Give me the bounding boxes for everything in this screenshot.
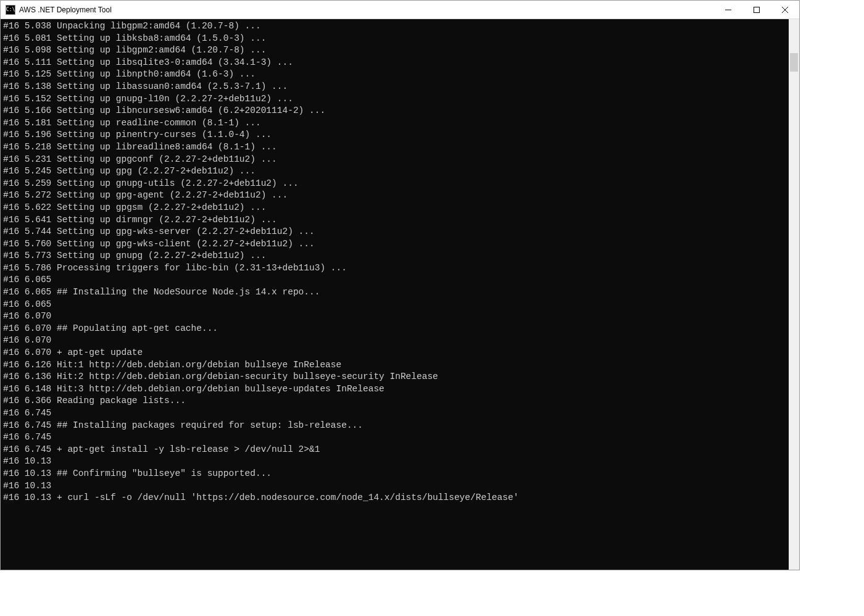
console-line: #16 5.245 Setting up gpg (2.2.27-2+deb11… (3, 165, 786, 178)
console-line: #16 6.070 (3, 335, 786, 347)
console-line: #16 6.366 Reading package lists... (3, 395, 786, 407)
console-line: #16 6.126 Hit:1 http://deb.debian.org/de… (3, 359, 786, 372)
scrollbar[interactable] (789, 19, 799, 570)
minimize-icon (725, 7, 731, 13)
console-line: #16 10.13 ## Confirming "bullseye" is su… (3, 468, 786, 480)
app-icon: C:\ (6, 5, 15, 15)
console-line: #16 10.13 + curl -sLf -o /dev/null 'http… (3, 492, 786, 504)
console-line: #16 5.622 Setting up gpgsm (2.2.27-2+deb… (3, 202, 786, 214)
console-line: #16 5.786 Processing triggers for libc-b… (3, 262, 786, 275)
console-line: #16 5.272 Setting up gpg-agent (2.2.27-2… (3, 189, 786, 202)
console-area: #16 5.038 Unpacking libgpm2:amd64 (1.20.… (1, 19, 799, 570)
close-button[interactable] (771, 1, 799, 19)
close-icon (782, 7, 788, 13)
console-output[interactable]: #16 5.038 Unpacking libgpm2:amd64 (1.20.… (1, 19, 789, 570)
console-line: #16 6.136 Hit:2 http://deb.debian.org/de… (3, 371, 786, 383)
console-line: #16 5.138 Setting up libassuan0:amd64 (2… (3, 81, 786, 93)
console-line: #16 6.070 + apt-get update (3, 347, 786, 359)
console-line: #16 5.038 Unpacking libgpm2:amd64 (1.20.… (3, 20, 786, 33)
console-line: #16 5.231 Setting up gpgconf (2.2.27-2+d… (3, 154, 786, 166)
console-line: #16 5.760 Setting up gpg-wks-client (2.2… (3, 238, 786, 251)
console-line: #16 6.745 ## Installing packages require… (3, 420, 786, 432)
console-line: #16 5.744 Setting up gpg-wks-server (2.2… (3, 226, 786, 238)
console-line: #16 6.070 ## Populating apt-get cache... (3, 323, 786, 335)
titlebar[interactable]: C:\ AWS .NET Deployment Tool (1, 1, 799, 19)
console-line: #16 5.259 Setting up gnupg-utils (2.2.27… (3, 178, 786, 190)
console-line: #16 5.081 Setting up libksba8:amd64 (1.5… (3, 33, 786, 45)
console-line: #16 5.125 Setting up libnpth0:amd64 (1.6… (3, 69, 786, 81)
scrollbar-thumb[interactable] (790, 53, 798, 72)
console-line: #16 5.166 Setting up libncursesw6:amd64 … (3, 105, 786, 117)
console-line: #16 6.148 Hit:3 http://deb.debian.org/de… (3, 383, 786, 396)
console-line: #16 5.111 Setting up libsqlite3-0:amd64 … (3, 57, 786, 69)
console-line: #16 5.218 Setting up libreadline8:amd64 … (3, 141, 786, 154)
window-controls (714, 1, 799, 19)
console-line: #16 6.065 (3, 274, 786, 286)
svg-rect-1 (754, 7, 760, 12)
console-line: #16 5.152 Setting up gnupg-l10n (2.2.27-… (3, 93, 786, 106)
maximize-icon (754, 7, 760, 13)
console-line: #16 5.641 Setting up dirmngr (2.2.27-2+d… (3, 214, 786, 227)
console-line: #16 6.745 (3, 431, 786, 444)
window-title: AWS .NET Deployment Tool (19, 6, 714, 14)
maximize-button[interactable] (742, 1, 771, 19)
minimize-button[interactable] (714, 1, 742, 19)
console-line: #16 5.196 Setting up pinentry-curses (1.… (3, 129, 786, 141)
console-line: #16 6.745 (3, 407, 786, 420)
console-line: #16 6.070 (3, 310, 786, 323)
console-line: #16 5.098 Setting up libgpm2:amd64 (1.20… (3, 44, 786, 57)
console-line: #16 6.065 (3, 299, 786, 311)
console-line: #16 10.13 (3, 456, 786, 468)
console-line: #16 6.065 ## Installing the NodeSource N… (3, 286, 786, 299)
console-line: #16 5.181 Setting up readline-common (8.… (3, 117, 786, 130)
console-line: #16 6.745 + apt-get install -y lsb-relea… (3, 444, 786, 456)
console-line: #16 10.13 (3, 480, 786, 493)
console-line: #16 5.773 Setting up gnupg (2.2.27-2+deb… (3, 250, 786, 262)
